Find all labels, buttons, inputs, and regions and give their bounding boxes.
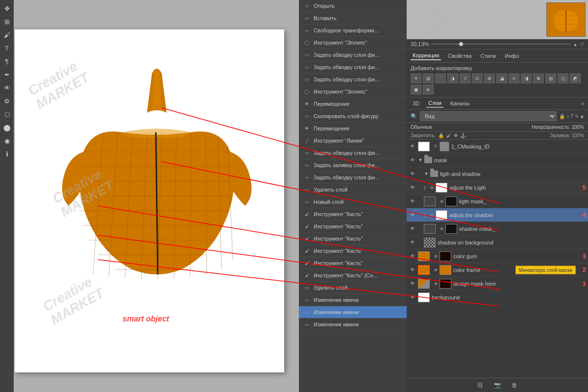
- adj-hsl[interactable]: ⊡: [472, 74, 483, 83]
- tab-info[interactable]: Инфо: [503, 52, 521, 60]
- adj-vibrance[interactable]: ▽: [460, 74, 470, 83]
- menu-item-open[interactable]: ▭ Открыть: [299, 0, 407, 12]
- menu-item-stroke1[interactable]: ▭ Задать обводку слоя фи...: [299, 49, 407, 61]
- layer-eye-shadow-mask[interactable]: 👁: [409, 225, 416, 233]
- layer-row-mask[interactable]: 👁 ▼ mask: [407, 153, 588, 167]
- layer-row-adjust-shadow[interactable]: 👁 ƒ ◉ adjust the shadow 4: [407, 208, 588, 222]
- layer-row-adjust-light[interactable]: 👁 ƒ ◉ adjust the Ligth 5: [407, 181, 588, 195]
- lock-all-icon[interactable]: ⚓: [460, 133, 466, 138]
- layer-row-light-mask[interactable]: 👁 ◉ ligth mask_: [407, 195, 588, 208]
- menu-item-brush5[interactable]: 🖌 Инструмент "Кисть": [299, 257, 407, 270]
- layer-row-background[interactable]: 👁 background: [407, 291, 588, 304]
- layer-eye-design-mask[interactable]: 👁: [409, 280, 416, 288]
- tab-layers[interactable]: Слои: [426, 99, 443, 108]
- menu-item-stroke2[interactable]: ▭ Задать обводку слоя фи...: [299, 61, 407, 74]
- layer-eye-shadow-bg[interactable]: 👁: [409, 239, 416, 246]
- menu-item-brush3[interactable]: 🖌 Инструмент "Кисть": [299, 233, 407, 245]
- adj-selective[interactable]: ⊕: [423, 85, 434, 95]
- layer-eye-light-shadow[interactable]: 👁: [409, 170, 416, 178]
- layer-eye-color-frame[interactable]: 👁: [409, 266, 416, 274]
- layer-row-design-mask[interactable]: 👁 ◉ design mask here 1: [407, 277, 588, 291]
- menu-item-ellipse[interactable]: ◯ Инструмент "Эллипс": [299, 37, 407, 49]
- layer-eye-light-mask[interactable]: 👁: [409, 197, 416, 205]
- tab-correction[interactable]: Коррекция: [411, 51, 441, 60]
- info-tool[interactable]: ℹ: [1, 148, 13, 160]
- menu-item-line[interactable]: ╱ Инструмент "Линия": [299, 135, 407, 147]
- menu-item-move[interactable]: ✥ Перемещение: [299, 98, 407, 110]
- lock-brush-icon[interactable]: 🖌: [446, 133, 451, 138]
- move-tool[interactable]: ✥: [1, 2, 13, 14]
- menu-item-rename3[interactable]: ▭ Изменение имени: [299, 318, 407, 331]
- tab-styles[interactable]: Стили: [478, 52, 498, 60]
- adj-thresh[interactable]: ◩: [570, 74, 581, 83]
- mask-tool[interactable]: ⬡: [1, 108, 13, 120]
- layers-menu-icon[interactable]: ≡: [581, 101, 584, 106]
- adj-bw[interactable]: ◪: [496, 74, 507, 83]
- adj-colorlookup[interactable]: ⊠: [533, 74, 544, 83]
- menu-item-brush1[interactable]: 🖌 Инструмент "Кисть": [299, 208, 407, 220]
- lock-move-icon[interactable]: ✥: [454, 133, 458, 138]
- layer-row-color-gum[interactable]: 👁 ◉ color gum 3: [407, 249, 588, 263]
- layer-row-color-frame[interactable]: 👁 ◉ color frame 2 Миниатюра слой-маски: [407, 263, 588, 277]
- zoom-slider[interactable]: [431, 44, 570, 45]
- layer-eye-color-gum[interactable]: 👁: [409, 252, 416, 260]
- menu-item-stroke3[interactable]: ▭ Задать обводку слоя фи...: [299, 74, 407, 86]
- chain-design-mask: ◉: [433, 281, 439, 287]
- tab-3d[interactable]: 3D: [411, 99, 421, 107]
- adj-exposure[interactable]: ◑: [447, 74, 458, 83]
- adj-colorbalance[interactable]: ⊞: [484, 74, 495, 83]
- menu-item-brush4[interactable]: 🖌 Инструмент "Кисть": [299, 245, 407, 257]
- menu-item-brush2[interactable]: 🖌 Инструмент "Кисть": [299, 220, 407, 233]
- adj-channelmix[interactable]: ◨: [521, 74, 532, 83]
- layer-eye-adjust-light[interactable]: 👁: [409, 184, 416, 192]
- layer-row-cmasking[interactable]: 👁 ⛓ 1_CMasking_ID: [407, 140, 588, 153]
- type-tool[interactable]: T: [1, 42, 13, 54]
- settings-tool[interactable]: ⚙: [1, 95, 13, 107]
- adj-poster[interactable]: ◫: [558, 74, 568, 83]
- brush-tool[interactable]: 🖌: [1, 29, 13, 41]
- layer-eye-background[interactable]: 👁: [409, 294, 416, 301]
- menu-item-stroke5[interactable]: ▭ Задать обводку слоя фи...: [299, 172, 407, 184]
- layer-eye-cmasking[interactable]: 👁: [409, 143, 416, 150]
- color-tool[interactable]: ⬤: [1, 122, 13, 133]
- shape-tool[interactable]: ¶: [1, 55, 13, 67]
- adj-curves[interactable]: ⌒: [435, 74, 446, 83]
- layer-row-light-shadow[interactable]: 👁 ▼ ligth and shadow: [407, 167, 588, 181]
- tab-properties[interactable]: Свойства: [446, 52, 473, 60]
- menu-item-transform[interactable]: ▭ Свободное трансформи...: [299, 24, 407, 37]
- pen-tool[interactable]: ✒: [1, 69, 13, 80]
- menu-item-ellipse2[interactable]: ◯ Инструмент "Эллипс": [299, 86, 407, 98]
- zoom-slider-handle[interactable]: [459, 42, 463, 46]
- menu-item-stroke4[interactable]: ▭ Задать обводку слоя фи...: [299, 147, 407, 159]
- adj-gradient[interactable]: ▣: [411, 85, 421, 95]
- menu-item-paste[interactable]: ▭ Вставить: [299, 12, 407, 24]
- adj-brightness[interactable]: ☀: [411, 74, 421, 83]
- menu-item-copy-shape[interactable]: ▭ Скопировать слой-фигуру: [299, 110, 407, 122]
- lock-icon[interactable]: 🔒: [438, 133, 444, 138]
- layer-eye-mask[interactable]: 👁: [409, 156, 416, 164]
- menu-item-new-layer[interactable]: ▭ Новый слой: [299, 196, 407, 208]
- adj-invert[interactable]: ▥: [545, 74, 556, 83]
- menu-label-brush-col: Инструмент "Кисть" (Со...: [314, 272, 377, 278]
- stamp-tool[interactable]: ◉: [1, 135, 13, 147]
- menu-item-rename1[interactable]: ▭ Изменение имени: [299, 294, 407, 306]
- menu-item-delete[interactable]: ▭ Удалить слой: [299, 184, 407, 196]
- view-tool[interactable]: 👁: [1, 82, 13, 94]
- menu-item-brush-col[interactable]: 🖌 Инструмент "Кисть" (Со...: [299, 270, 407, 282]
- add-adjustment-btn[interactable]: 📷: [492, 381, 502, 390]
- grid-tool[interactable]: ⊞: [1, 16, 13, 27]
- menu-item-fill[interactable]: ▭ Задать заливку слоя фи...: [299, 159, 407, 172]
- layer-row-shadow-bg[interactable]: 👁 shadow on background: [407, 236, 588, 249]
- delete-layer-btn[interactable]: 🗑: [510, 381, 519, 390]
- menu-item-delete2[interactable]: ▭ Удалить слой: [299, 282, 407, 294]
- adj-photofil[interactable]: ⊙: [509, 74, 519, 83]
- menu-item-move2[interactable]: ✥ Перемещение: [299, 122, 407, 135]
- tab-channels[interactable]: Каналы: [448, 99, 471, 107]
- layer-eye-adjust-shadow[interactable]: 👁: [409, 211, 416, 219]
- menu-item-rename2[interactable]: ▭ Изменение имени: [299, 306, 407, 318]
- adj-levels[interactable]: ▤: [423, 74, 434, 83]
- link-layers-btn[interactable]: ⛓: [475, 381, 485, 390]
- layers-filter-select[interactable]: Вид: [420, 111, 557, 121]
- layer-row-shadow-mask[interactable]: 👁 ◉ shadow mask_: [407, 222, 588, 236]
- layer-thumb-adjust-light: [436, 183, 447, 193]
